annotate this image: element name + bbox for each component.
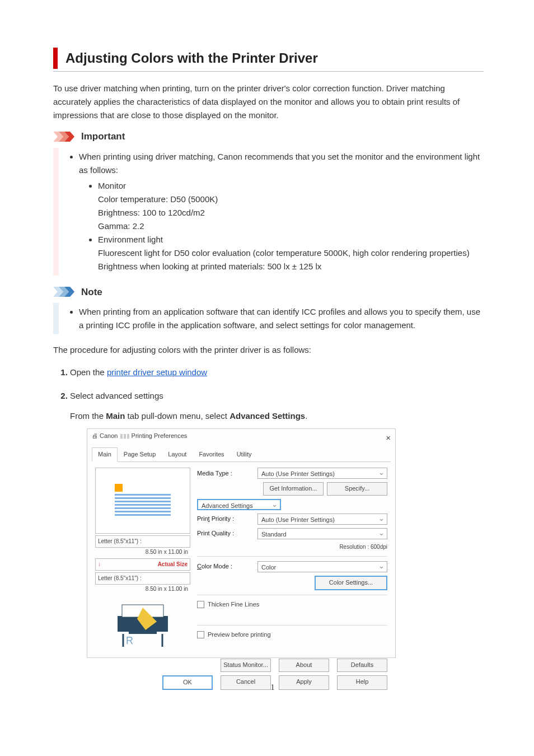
dialog-left-pane: Letter (8.5"x11") : 8.50 in x 11.00 in ↓… — [95, 468, 190, 650]
intro-paragraph: To use driver matching when printing, tu… — [53, 82, 484, 122]
svg-text:R: R — [126, 635, 133, 646]
print-priority-label: Print Priority : — [197, 514, 253, 524]
actual-size-row: ↓Actual Size — [95, 558, 190, 571]
note-title: Note — [81, 284, 102, 300]
thicken-fine-lines-checkbox[interactable] — [197, 601, 204, 608]
note-text: When printing from an application softwa… — [79, 305, 484, 332]
step-1: Open the printer driver setup window — [70, 366, 484, 379]
print-quality-label: Print Quality : — [197, 529, 253, 539]
step-2: Select advanced settings From the Main t… — [70, 389, 484, 658]
note-header: Note — [53, 284, 484, 300]
paper-2-name: Letter (8.5"x11") : — [98, 574, 142, 583]
important-body: When printing using driver matching, Can… — [53, 148, 484, 276]
important-header: Important — [53, 129, 484, 144]
thicken-fine-lines-label: Thicken Fine Lines — [208, 600, 259, 610]
env-spec-2: Brightness when looking at printed mater… — [98, 260, 484, 273]
tab-favorites[interactable]: Favorites — [193, 447, 230, 463]
page-title: Adjusting Colors with the Printer Driver — [53, 48, 484, 69]
arrows-icon — [53, 287, 78, 297]
actual-size-text: Actual Size — [158, 560, 188, 569]
env-spec-1: Fluorescent light for D50 color evaluati… — [98, 246, 484, 260]
printer-graphic: R — [95, 599, 190, 650]
paper-info-1: Letter (8.5"x11") : — [95, 535, 190, 548]
monitor-item: Monitor Color temperature: D50 (5000K) B… — [98, 179, 484, 233]
help-button[interactable]: Help — [337, 675, 387, 690]
page-preview — [95, 468, 190, 534]
resolution-readout: Resolution : 600dpi — [197, 543, 387, 552]
dialog-footer: Status Monitor... About Defaults OK Canc… — [87, 654, 395, 695]
get-information-button[interactable]: Get Information... — [263, 482, 324, 496]
step2-b: Main — [106, 411, 125, 421]
monitor-spec-3: Gamma: 2.2 — [98, 220, 484, 233]
step2-c: tab pull-down menu, select — [125, 411, 229, 421]
env-item: Environment light Fluorescent light for … — [98, 233, 484, 273]
tab-utility[interactable]: Utility — [231, 447, 258, 463]
printer-icon: 🖨 — [92, 432, 98, 439]
step-1-prefix: Open the — [70, 367, 107, 377]
apply-button[interactable]: Apply — [279, 675, 329, 690]
ok-button[interactable]: OK — [162, 675, 213, 690]
color-mode-label: Color Mode : — [197, 562, 253, 572]
printing-preferences-dialog: 🖨 Canon ▮▮▮ Printing Preferences × Main … — [87, 428, 396, 658]
status-monitor-button[interactable]: Status Monitor... — [221, 659, 271, 672]
paper-info-2: Letter (8.5"x11") : — [95, 572, 190, 585]
note-body: When printing from an application softwa… — [53, 303, 484, 334]
monitor-spec-2: Brightness: 100 to 120cd/m2 — [98, 206, 484, 220]
step2-e: . — [305, 411, 307, 421]
preview-before-printing-checkbox[interactable] — [197, 631, 204, 638]
driver-setup-link[interactable]: printer driver setup window — [107, 367, 207, 377]
svg-rect-8 — [129, 632, 157, 634]
paper-1-dim: 8.50 in x 11.00 in — [95, 548, 190, 557]
important-lead-text: When printing using driver matching, Can… — [79, 152, 480, 175]
tab-layout[interactable]: Layout — [162, 447, 193, 463]
important-title: Important — [81, 129, 125, 144]
color-mode-select[interactable]: Color — [257, 561, 387, 572]
tab-main[interactable]: Main — [92, 447, 118, 463]
dialog-title-brand: Canon — [100, 432, 118, 439]
defaults-button[interactable]: Defaults — [337, 659, 387, 672]
dialog-title-text: Printing Preferences — [132, 432, 188, 439]
paper-2-dim: 8.50 in x 11.00 in — [95, 585, 190, 594]
procedure-intro: The procedure for adjusting colors with … — [53, 343, 484, 357]
about-button[interactable]: About — [279, 659, 329, 672]
print-priority-select[interactable]: Auto (Use Printer Settings) — [257, 514, 387, 525]
step2-a: From the — [70, 411, 106, 421]
cancel-button[interactable]: Cancel — [221, 675, 271, 690]
important-lead: When printing using driver matching, Can… — [79, 150, 484, 273]
tab-page-setup[interactable]: Page Setup — [118, 447, 162, 463]
settings-mode-select[interactable]: Advanced Settings — [197, 499, 281, 510]
monitor-spec-1: Color temperature: D50 (5000K) — [98, 193, 484, 206]
step-2-label: Select advanced settings — [70, 391, 163, 400]
specify-button[interactable]: Specify... — [327, 482, 387, 496]
media-type-label: Media Type : — [197, 469, 253, 479]
media-type-select[interactable]: Auto (Use Printer Settings) — [257, 468, 387, 479]
arrows-icon — [53, 132, 78, 142]
preview-before-printing-label: Preview before printing — [208, 630, 271, 640]
dialog-right-pane: Media Type : Auto (Use Printer Settings)… — [197, 468, 387, 650]
title-bar: Adjusting Colors with the Printer Driver — [53, 48, 484, 72]
step-2-desc: From the Main tab pull-down menu, select… — [70, 409, 484, 423]
env-label: Environment light — [98, 235, 163, 244]
step-1-label: Open the printer driver setup window — [70, 367, 207, 377]
dialog-tab-strip: Main Page Setup Layout Favorites Utility — [92, 447, 391, 463]
print-quality-select[interactable]: Standard — [257, 528, 387, 539]
monitor-label: Monitor — [98, 181, 126, 190]
dialog-titlebar: 🖨 Canon ▮▮▮ Printing Preferences × — [87, 429, 395, 447]
step2-d: Advanced Settings — [229, 411, 305, 421]
paper-1-name: Letter (8.5"x11") : — [98, 537, 142, 546]
color-settings-button[interactable]: Color Settings... — [315, 576, 387, 590]
close-button[interactable]: × — [386, 431, 391, 445]
